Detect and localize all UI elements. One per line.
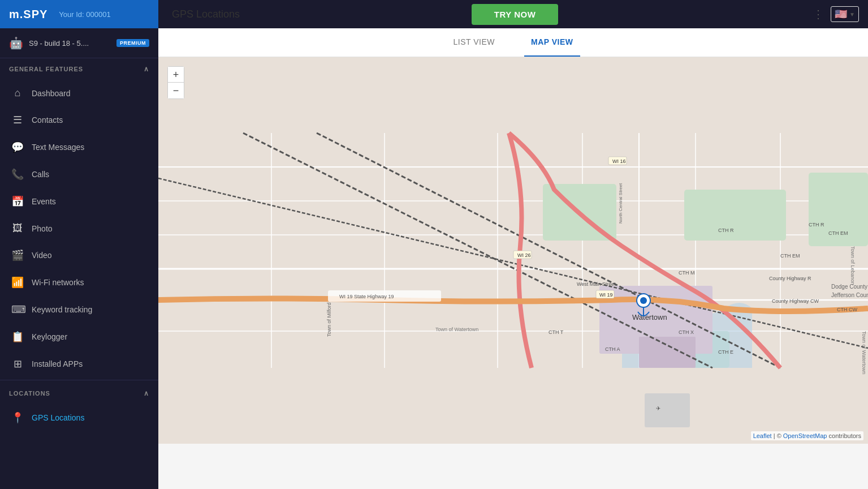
sidebar-item-wifi[interactable]: 📶 Wi-Fi networks bbox=[0, 269, 158, 296]
map-svg: WI 19 State Highway 19 WI 26 WI 16 WI 19… bbox=[158, 57, 868, 444]
svg-rect-0 bbox=[158, 133, 868, 368]
map-container: + − bbox=[158, 57, 868, 444]
leaflet-link[interactable]: Leaflet bbox=[753, 432, 772, 439]
sidebar-item-video[interactable]: 🎬 Video bbox=[0, 242, 158, 269]
sidebar-item-keylogger[interactable]: 📋 Keylogger bbox=[0, 323, 158, 350]
svg-text:County Highway R: County Highway R bbox=[769, 276, 811, 281]
map-attribution: Leaflet | © OpenStreetMap contributors bbox=[751, 431, 863, 440]
svg-rect-53 bbox=[645, 393, 690, 427]
svg-text:Dodge County: Dodge County bbox=[831, 284, 867, 290]
logo: m.SPY bbox=[9, 8, 47, 21]
svg-text:CTH E: CTH E bbox=[718, 349, 733, 355]
messages-icon: 💬 bbox=[11, 141, 24, 153]
premium-badge: PREMIUM bbox=[116, 39, 149, 47]
svg-text:CTH EM: CTH EM bbox=[780, 253, 800, 259]
svg-rect-19 bbox=[639, 337, 696, 368]
device-name: S9 - build 18 - 5.... bbox=[29, 39, 111, 48]
tab-list-view[interactable]: LIST VIEW bbox=[446, 28, 501, 57]
home-icon: ⌂ bbox=[11, 87, 24, 99]
svg-text:WI 16: WI 16 bbox=[612, 158, 626, 164]
svg-text:Town of Lebanon: Town of Lebanon bbox=[850, 246, 856, 285]
sidebar-item-label: Dashboard bbox=[32, 89, 71, 98]
svg-text:Watertown: Watertown bbox=[632, 313, 667, 321]
sidebar-item-events[interactable]: 📅 Events bbox=[0, 188, 158, 215]
tabs-bar: LIST VIEW MAP VIEW bbox=[158, 28, 868, 57]
section-divider bbox=[0, 380, 158, 380]
page-title: GPS Locations bbox=[172, 8, 240, 20]
events-icon: 📅 bbox=[11, 195, 24, 208]
sidebar-item-contacts[interactable]: ☰ Contacts bbox=[0, 106, 158, 134]
svg-text:West Main Street: West Main Street bbox=[577, 281, 616, 287]
gps-icon: 📍 bbox=[11, 411, 24, 424]
more-options-icon[interactable]: ⋮ bbox=[813, 7, 824, 21]
contacts-icon: ☰ bbox=[11, 114, 24, 126]
sidebar-item-label: Contacts bbox=[32, 115, 63, 125]
sidebar-item-label: Installed APPs bbox=[32, 359, 83, 368]
sidebar-item-installed-apps[interactable]: ⊞ Installed APPs bbox=[0, 350, 158, 378]
sidebar-item-calls[interactable]: 📞 Calls bbox=[0, 161, 158, 188]
svg-text:CTH EM: CTH EM bbox=[828, 230, 848, 236]
language-selector[interactable]: 🇺🇸 ▼ bbox=[831, 6, 859, 22]
top-header: m.SPY Your Id: 000001 GPS Locations TRY … bbox=[0, 0, 868, 28]
svg-text:WI 19: WI 19 bbox=[599, 292, 613, 298]
osm-link[interactable]: OpenStreetMap bbox=[783, 432, 827, 439]
svg-text:CTH A: CTH A bbox=[605, 346, 620, 352]
header-center: GPS Locations TRY NOW bbox=[158, 4, 804, 25]
keyword-icon: ⌨ bbox=[11, 303, 24, 316]
svg-text:Town of Watertown: Town of Watertown bbox=[861, 331, 867, 374]
sidebar-item-keyword-tracking[interactable]: ⌨ Keyword tracking bbox=[0, 296, 158, 323]
sidebar-item-dashboard[interactable]: ⌂ Dashboard bbox=[0, 80, 158, 106]
try-now-button[interactable]: TRY NOW bbox=[472, 4, 559, 25]
content-below-map bbox=[158, 444, 868, 489]
sidebar-item-label: Keylogger bbox=[32, 332, 67, 341]
header-right: ⋮ 🇺🇸 ▼ bbox=[804, 6, 868, 22]
locations-label: LOCATIONS bbox=[9, 390, 50, 397]
chevron-down-icon: ▼ bbox=[849, 11, 855, 18]
svg-point-56 bbox=[640, 297, 647, 304]
section-chevron-icon[interactable]: ∧ bbox=[144, 65, 149, 73]
svg-text:WI 26: WI 26 bbox=[517, 252, 531, 258]
user-id: Your Id: 000001 bbox=[59, 10, 110, 19]
svg-text:County Highway CW: County Highway CW bbox=[772, 298, 819, 304]
locations-chevron-icon[interactable]: ∧ bbox=[144, 389, 149, 397]
sidebar-item-label: Calls bbox=[32, 170, 49, 179]
sidebar-item-label: Keyword tracking bbox=[32, 305, 92, 314]
general-features-label: GENERAL FEATURES bbox=[9, 66, 83, 72]
content-area: LIST VIEW MAP VIEW + − bbox=[158, 28, 868, 489]
flag-icon: 🇺🇸 bbox=[835, 8, 847, 20]
tab-map-view[interactable]: MAP VIEW bbox=[524, 28, 580, 57]
sidebar-item-label: Events bbox=[32, 197, 56, 206]
zoom-out-button[interactable]: − bbox=[168, 83, 184, 98]
zoom-in-button[interactable]: + bbox=[168, 67, 184, 83]
logo-area: m.SPY Your Id: 000001 bbox=[0, 0, 158, 28]
attribution-suffix: contributors bbox=[829, 432, 861, 439]
svg-text:Jefferson County: Jefferson County bbox=[831, 292, 868, 298]
device-selector[interactable]: 🤖 S9 - build 18 - 5.... PREMIUM bbox=[0, 28, 158, 58]
apps-icon: ⊞ bbox=[11, 358, 24, 370]
sidebar-item-label: GPS Locations bbox=[32, 413, 84, 422]
sidebar-item-label: Video bbox=[32, 251, 52, 260]
sidebar-item-text-messages[interactable]: 💬 Text Messages bbox=[0, 134, 158, 161]
svg-rect-15 bbox=[684, 190, 786, 241]
keylogger-icon: 📋 bbox=[11, 331, 24, 343]
photo-icon: 🖼 bbox=[11, 222, 24, 234]
svg-text:CTH R: CTH R bbox=[718, 228, 734, 233]
svg-text:CTH R: CTH R bbox=[809, 222, 824, 228]
map-zoom-controls: + − bbox=[167, 66, 184, 99]
svg-text:North Central Street: North Central Street bbox=[618, 183, 623, 224]
sidebar-item-label: Wi-Fi networks bbox=[32, 278, 84, 287]
wifi-icon: 📶 bbox=[11, 276, 24, 289]
map-area[interactable]: + − bbox=[158, 57, 868, 444]
device-icon: 🤖 bbox=[9, 36, 23, 50]
sidebar: 🤖 S9 - build 18 - 5.... PREMIUM GENERAL … bbox=[0, 28, 158, 489]
sidebar-item-label: Text Messages bbox=[32, 143, 84, 152]
main-layout: 🤖 S9 - build 18 - 5.... PREMIUM GENERAL … bbox=[0, 28, 868, 489]
svg-text:Town of Milford: Town of Milford bbox=[326, 302, 332, 337]
video-icon: 🎬 bbox=[11, 249, 24, 261]
svg-text:Town of Watertown: Town of Watertown bbox=[435, 327, 478, 332]
svg-text:CTH CW: CTH CW bbox=[837, 307, 857, 312]
sidebar-item-photo[interactable]: 🖼 Photo bbox=[0, 215, 158, 242]
sidebar-item-gps-locations[interactable]: 📍 GPS Locations bbox=[0, 404, 158, 431]
sidebar-item-label: Photo bbox=[32, 224, 53, 233]
svg-text:CTH T: CTH T bbox=[549, 329, 564, 335]
